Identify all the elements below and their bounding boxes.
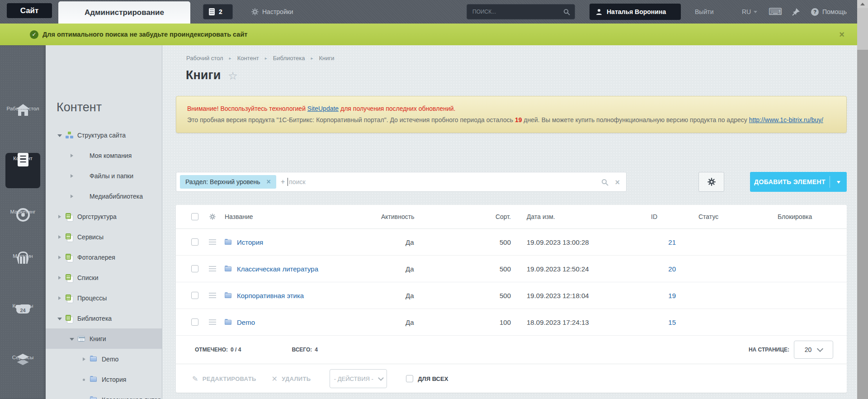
siteupdate-link[interactable]: SiteUpdate	[307, 105, 339, 112]
notifications-counter-button[interactable]: 2	[203, 4, 233, 19]
tree-item-label: Книги	[90, 335, 106, 342]
tree-arrow-right[interactable]	[57, 276, 61, 280]
window-scrollbar[interactable]	[857, 0, 868, 399]
header-sort[interactable]: Сорт.	[454, 213, 511, 220]
breadcrumb-item[interactable]: Рабочий стол	[186, 55, 223, 62]
row-checkbox[interactable]	[191, 318, 198, 326]
cell-id-link[interactable]: 21	[668, 238, 676, 246]
tree-item[interactable]: Медиабиблиотека	[46, 186, 162, 206]
section-name-link[interactable]: Demo	[237, 318, 255, 326]
actions-dropdown[interactable]: - ДЕЙСТВИЯ -	[330, 369, 387, 388]
tree-arrow-dot[interactable]	[82, 398, 86, 399]
global-search-input[interactable]	[467, 9, 563, 15]
delete-button[interactable]: ✕ УДАЛИТЬ	[272, 375, 311, 383]
buy-link[interactable]: http://www.1c-bitrix.ru/buy/	[749, 116, 823, 124]
tree-item[interactable]: Библиотека	[46, 308, 162, 328]
language-switcher[interactable]: RU	[742, 0, 757, 24]
favorite-star-icon[interactable]: ☆	[228, 70, 238, 82]
tree-item[interactable]: Списки	[46, 267, 162, 288]
tree-arrow-right[interactable]	[57, 235, 61, 239]
header-active[interactable]: Активность	[377, 213, 454, 220]
tab-administration[interactable]: Администрирование	[58, 1, 190, 24]
actions-dropdown-label: - ДЕЙСТВИЯ -	[334, 375, 373, 382]
tree-arrow-dot[interactable]	[82, 377, 86, 382]
help-button[interactable]: ? Помощь	[811, 0, 847, 24]
tree-item[interactable]: Фотогалерея	[46, 247, 162, 267]
rail-item[interactable]: Сервисы	[0, 353, 46, 361]
column-gear-icon[interactable]	[209, 214, 216, 220]
rail-item[interactable]: Магазин	[0, 252, 46, 260]
row-checkbox[interactable]	[191, 265, 198, 272]
tree-item[interactable]: Сервисы	[46, 227, 162, 247]
header-modified[interactable]: Дата изм.	[511, 213, 646, 220]
breadcrumb-item[interactable]: Книги	[319, 55, 335, 62]
hotkeys-button[interactable]: ⌨	[769, 0, 782, 24]
section-name-link[interactable]: Корпоративная этика	[237, 292, 304, 299]
tree-arrow-down[interactable]	[57, 316, 61, 321]
banner-close-icon[interactable]: ×	[839, 30, 844, 39]
folder-icon	[225, 266, 232, 272]
filter-clear-icon[interactable]: ×	[615, 178, 620, 186]
pencil-icon: ✎	[192, 375, 198, 383]
tree-arrow-right[interactable]	[70, 194, 74, 199]
drag-handle-icon[interactable]	[209, 319, 216, 325]
row-checkbox[interactable]	[191, 238, 198, 246]
user-menu-button[interactable]: Наталья Воронина	[590, 4, 681, 20]
tree-item[interactable]: История	[46, 369, 162, 390]
chip-remove-icon[interactable]: ×	[267, 178, 271, 185]
rail-item[interactable]: Клиенты	[0, 301, 46, 310]
tree-arrow-right[interactable]	[82, 357, 86, 361]
breadcrumb-item[interactable]: Библиотека	[273, 55, 305, 62]
tree-arrow-right[interactable]	[70, 153, 74, 158]
cell-id-link[interactable]: 19	[668, 292, 676, 299]
section-name-link[interactable]: История	[237, 238, 263, 246]
breadcrumb-item[interactable]: Контент	[237, 55, 259, 62]
tab-site[interactable]: Сайт	[7, 3, 52, 18]
row-checkbox[interactable]	[191, 292, 198, 299]
scrollbar-thumb[interactable]	[857, 8, 868, 50]
add-element-dropdown[interactable]	[830, 179, 847, 185]
for-all-checkbox[interactable]	[406, 375, 413, 382]
rail-item[interactable]: Контент	[5, 153, 40, 188]
tree-arrow-right[interactable]	[57, 296, 61, 300]
logout-link[interactable]: Выйти	[695, 0, 713, 24]
edit-button[interactable]: ✎ РЕДАКТИРОВАТЬ	[192, 375, 256, 383]
section-name-link[interactable]: Классическая литература	[237, 265, 318, 273]
settings-button[interactable]: Настройки	[251, 0, 293, 24]
rail-item[interactable]: Маркетинг	[0, 207, 46, 216]
header-id[interactable]: ID	[646, 213, 687, 220]
tree-item[interactable]: Процессы	[46, 288, 162, 308]
filter-search-icon[interactable]	[601, 179, 609, 186]
for-all-option[interactable]: ДЛЯ ВСЕХ	[406, 375, 448, 382]
tree-item[interactable]: Demo	[46, 349, 162, 369]
tree-arrow-down[interactable]	[70, 337, 74, 341]
cell-id-link[interactable]: 20	[668, 265, 676, 273]
rail-item[interactable]: Рабочий стол	[0, 104, 46, 113]
tree-arrow-right[interactable]	[57, 255, 61, 260]
tree-item[interactable]: Классическая литература	[46, 390, 162, 399]
drag-handle-icon[interactable]	[209, 239, 216, 245]
tree-arrow-right[interactable]	[57, 214, 61, 219]
per-page-select[interactable]: 20	[794, 341, 833, 359]
filter-chip-section[interactable]: Раздел: Верхний уровень ×	[180, 175, 276, 189]
tree-arrow-down[interactable]	[57, 133, 61, 138]
tree-item[interactable]: Файлы и папки	[46, 166, 162, 186]
tree-arrow-right[interactable]	[70, 174, 74, 178]
cell-id-link[interactable]: 15	[668, 318, 676, 326]
tree-item[interactable]: Книги	[46, 328, 162, 349]
header-lock[interactable]: Блокировка	[764, 213, 847, 220]
tree-item[interactable]: Оргструктура	[46, 206, 162, 227]
drag-handle-icon[interactable]	[209, 293, 216, 298]
filter-search-field[interactable]: Раздел: Верхний уровень × + поиск ×	[176, 172, 627, 192]
header-status[interactable]: Статус	[687, 213, 764, 220]
add-element-button[interactable]: ДОБАВИТЬ ЭЛЕМЕНТ	[750, 172, 847, 192]
pin-panel-button[interactable]	[792, 0, 800, 24]
header-name[interactable]: Название	[221, 213, 377, 220]
tree-item[interactable]: Моя компания	[46, 145, 162, 166]
tree-item[interactable]: Структура сайта	[46, 125, 162, 145]
scroll-up-icon[interactable]	[857, 0, 868, 8]
grid-settings-button[interactable]	[698, 172, 724, 192]
select-all-checkbox[interactable]	[191, 213, 198, 220]
search-icon[interactable]	[563, 9, 570, 15]
drag-handle-icon[interactable]	[209, 266, 216, 271]
